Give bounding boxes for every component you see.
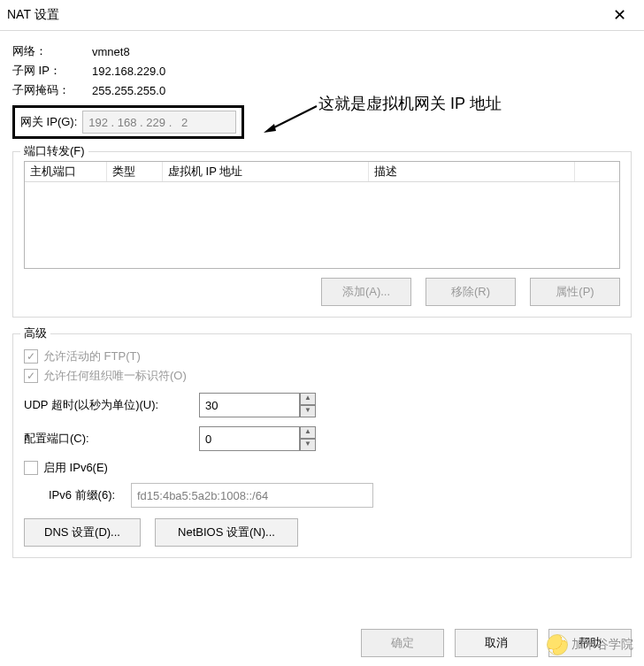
port-forward-table[interactable]: 主机端口 类型 虚拟机 IP 地址 描述 bbox=[24, 161, 620, 269]
netbios-settings-button[interactable]: NetBIOS 设置(N)... bbox=[155, 518, 298, 547]
close-icon[interactable]: ✕ bbox=[602, 2, 637, 28]
advanced-title: 高级 bbox=[20, 325, 50, 341]
ipv6-prefix-label: IPv6 前缀(6): bbox=[49, 487, 124, 503]
title-bar: NAT 设置 ✕ bbox=[0, 0, 644, 31]
enable-ipv6-checkbox[interactable]: ✓ bbox=[24, 461, 38, 475]
table-header: 主机端口 类型 虚拟机 IP 地址 描述 bbox=[25, 162, 619, 182]
publisher-watermark: 加米谷学院 bbox=[547, 634, 633, 655]
allow-oui-label: 允许任何组织唯一标识符(O) bbox=[43, 368, 187, 384]
network-label: 网络： bbox=[12, 43, 92, 59]
cancel-button[interactable]: 取消 bbox=[455, 629, 538, 657]
nat-settings-window: NAT 设置 ✕ 网络： vmnet8 子网 IP： 192.168.229.0… bbox=[0, 0, 644, 666]
dns-settings-button[interactable]: DNS 设置(D)... bbox=[24, 518, 141, 547]
publisher-name: 加米谷学院 bbox=[571, 637, 633, 653]
gateway-label: 网关 IP(G): bbox=[20, 114, 77, 130]
chevron-up-icon[interactable]: ▲ bbox=[300, 393, 316, 405]
udp-timeout-stepper[interactable]: ▲▼ bbox=[199, 393, 316, 417]
gateway-highlight-box: 网关 IP(G): bbox=[12, 105, 244, 139]
port-forward-title: 端口转发(F) bbox=[20, 143, 88, 159]
add-button[interactable]: 添加(A)... bbox=[321, 278, 411, 306]
allow-oui-row: ✓ 允许任何组织唯一标识符(O) bbox=[24, 368, 620, 384]
subnet-ip-row: 子网 IP： 192.168.229.0 bbox=[12, 63, 632, 79]
advanced-group: 高级 ✓ 允许活动的 FTP(T) ✓ 允许任何组织唯一标识符(O) UDP 超… bbox=[12, 333, 632, 558]
annotation-text: 这就是虚拟机网关 IP 地址 bbox=[318, 93, 502, 114]
col-type: 类型 bbox=[107, 162, 163, 181]
col-host-port: 主机端口 bbox=[25, 162, 107, 181]
ipv6-prefix-row: IPv6 前缀(6): bbox=[49, 483, 620, 508]
svg-line-0 bbox=[271, 106, 317, 129]
window-title: NAT 设置 bbox=[7, 7, 59, 23]
udp-timeout-input[interactable] bbox=[199, 393, 300, 417]
subnet-ip-label: 子网 IP： bbox=[12, 63, 92, 79]
config-port-stepper[interactable]: ▲▼ bbox=[199, 426, 316, 451]
subnet-mask-label: 子网掩码： bbox=[12, 82, 92, 98]
udp-timeout-label: UDP 超时(以秒为单位)(U): bbox=[24, 397, 192, 413]
col-vm-ip: 虚拟机 IP 地址 bbox=[163, 162, 369, 181]
config-port-label: 配置端口(C): bbox=[24, 431, 104, 447]
allow-ftp-checkbox[interactable]: ✓ bbox=[24, 349, 38, 364]
subnet-mask-value: 255.255.255.0 bbox=[92, 84, 165, 97]
subnet-ip-value: 192.168.229.0 bbox=[92, 65, 165, 78]
properties-button[interactable]: 属性(P) bbox=[530, 278, 620, 306]
gateway-ip-input[interactable] bbox=[82, 111, 236, 134]
ipv6-prefix-input[interactable] bbox=[131, 483, 373, 508]
network-row: 网络： vmnet8 bbox=[12, 43, 632, 59]
chevron-down-icon[interactable]: ▼ bbox=[300, 439, 316, 451]
udp-timeout-row: UDP 超时(以秒为单位)(U): ▲▼ bbox=[24, 393, 620, 417]
chevron-down-icon[interactable]: ▼ bbox=[300, 405, 316, 417]
ok-button[interactable]: 确定 bbox=[361, 629, 444, 657]
enable-ipv6-row: ✓ 启用 IPv6(E) bbox=[24, 460, 620, 476]
svg-marker-1 bbox=[264, 124, 276, 133]
col-desc: 描述 bbox=[369, 162, 575, 181]
publisher-icon bbox=[547, 634, 568, 655]
allow-oui-checkbox[interactable]: ✓ bbox=[24, 369, 38, 383]
network-value: vmnet8 bbox=[92, 45, 130, 58]
chevron-up-icon[interactable]: ▲ bbox=[300, 426, 316, 439]
port-forward-group: 端口转发(F) 主机端口 类型 虚拟机 IP 地址 描述 添加(A)... 移除… bbox=[12, 151, 632, 318]
allow-ftp-row: ✓ 允许活动的 FTP(T) bbox=[24, 348, 620, 364]
enable-ipv6-label: 启用 IPv6(E) bbox=[43, 460, 108, 476]
config-port-input[interactable] bbox=[199, 426, 300, 451]
remove-button[interactable]: 移除(R) bbox=[426, 278, 516, 306]
allow-ftp-label: 允许活动的 FTP(T) bbox=[43, 348, 141, 364]
annotation-arrow-icon bbox=[262, 101, 324, 136]
config-port-row: 配置端口(C): ▲▼ bbox=[24, 426, 620, 451]
